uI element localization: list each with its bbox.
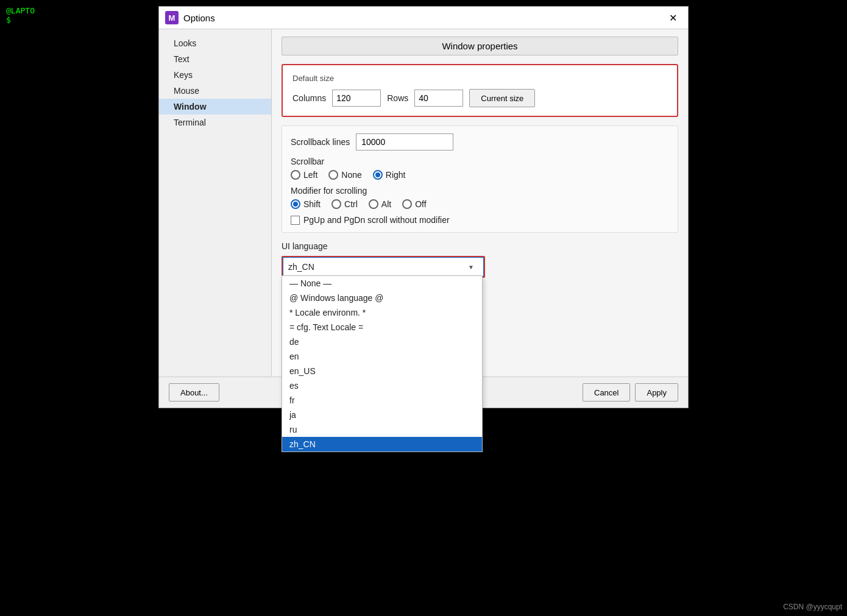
modifier-off[interactable]: Off	[402, 199, 426, 209]
sidebar: Looks Text Keys Mouse Window Terminal	[159, 29, 272, 377]
scrollbar-right-label: Right	[386, 170, 406, 180]
rows-label: Rows	[387, 93, 408, 103]
modifier-off-radio[interactable]	[402, 199, 412, 209]
scrollback-label: Scrollback lines	[291, 137, 350, 147]
dropdown-item-cfg[interactable]: = cfg. Text Locale =	[282, 320, 482, 335]
options-dialog: M Options ✕ Looks Text Keys Mouse Window…	[158, 6, 689, 408]
close-button[interactable]: ✕	[664, 10, 682, 25]
current-size-button[interactable]: Current size	[469, 89, 535, 107]
scrollbar-right[interactable]: Right	[373, 170, 406, 180]
scrollbar-section: Scrollback lines Scrollbar Left	[282, 126, 678, 233]
modifier-shift-radio[interactable]	[291, 199, 300, 209]
scrollback-row: Scrollback lines	[291, 133, 669, 150]
footer-right: Cancel Apply	[583, 383, 678, 402]
scrollbar-none[interactable]: None	[328, 170, 361, 180]
modifier-shift[interactable]: Shift	[291, 199, 321, 209]
dialog-body: Looks Text Keys Mouse Window Terminal Wi…	[159, 29, 688, 377]
dropdown-list[interactable]: — None — @ Windows language @ * Locale e…	[282, 275, 483, 452]
scrollback-input[interactable]	[356, 133, 453, 150]
sidebar-item-window[interactable]: Window	[159, 99, 271, 115]
dropdown-item-windows[interactable]: @ Windows language @	[282, 291, 482, 305]
dropdown-item-none[interactable]: — None —	[282, 276, 482, 291]
ui-language-label: UI language	[282, 241, 678, 251]
sidebar-item-mouse[interactable]: Mouse	[159, 83, 271, 99]
modifier-radio-group: Shift Ctrl Alt	[291, 199, 669, 209]
about-button[interactable]: About...	[169, 383, 219, 402]
sidebar-item-terminal[interactable]: Terminal	[159, 115, 271, 130]
modifier-shift-label: Shift	[303, 199, 321, 209]
sidebar-item-keys[interactable]: Keys	[159, 67, 271, 83]
sidebar-item-looks[interactable]: Looks	[159, 35, 271, 51]
scrollbar-left[interactable]: Left	[291, 170, 317, 180]
rows-input[interactable]	[414, 90, 463, 107]
pgup-pgdn-checkbox[interactable]: PgUp and PgDn scroll without modifier	[291, 215, 669, 225]
modifier-alt-radio[interactable]	[369, 199, 378, 209]
scrollbar-radio-group: Left None Right	[291, 170, 669, 180]
default-size-box: Default size Columns Rows Current size	[282, 64, 678, 117]
scrollbar-left-radio[interactable]	[291, 170, 300, 180]
apply-button[interactable]: Apply	[635, 383, 678, 402]
scrollbar-group: Scrollbar Left None	[291, 157, 669, 180]
main-content: Window properties Default size Columns R…	[272, 29, 688, 377]
pgup-pgdn-box[interactable]	[291, 216, 300, 225]
columns-input[interactable]	[332, 90, 381, 107]
scrollbar-left-label: Left	[303, 170, 317, 180]
scrollbar-right-radio[interactable]	[373, 170, 383, 180]
dropdown-item-ja[interactable]: ja	[282, 408, 482, 422]
modifier-ctrl[interactable]: Ctrl	[331, 199, 358, 209]
scrollbar-label: Scrollbar	[291, 157, 669, 166]
modifier-label: Modifier for scrolling	[291, 186, 669, 196]
scrollbar-none-label: None	[341, 170, 361, 180]
dropdown-item-es[interactable]: es	[282, 378, 482, 393]
ui-language-select[interactable]: zh_CN ▼	[283, 257, 484, 277]
section-header: Window properties	[282, 37, 678, 55]
modifier-alt-label: Alt	[381, 199, 391, 209]
modifier-ctrl-radio[interactable]	[331, 199, 341, 209]
dropdown-item-de[interactable]: de	[282, 335, 482, 349]
dropdown-item-ru[interactable]: ru	[282, 422, 482, 437]
sidebar-item-text[interactable]: Text	[159, 51, 271, 67]
default-size-label: Default size	[292, 74, 667, 83]
ui-language-dropdown-wrapper: zh_CN ▼ — None — @ Windows language @ * …	[282, 256, 485, 278]
dropdown-selected-value: zh_CN	[288, 262, 464, 272]
dropdown-item-fr[interactable]: fr	[282, 393, 482, 408]
dropdown-item-locale[interactable]: * Locale environm. *	[282, 305, 482, 320]
cancel-button[interactable]: Cancel	[583, 383, 630, 402]
dropdown-arrow-icon: ▼	[464, 258, 478, 276]
scrollbar-none-radio[interactable]	[328, 170, 338, 180]
dropdown-border: zh_CN ▼	[282, 256, 485, 278]
modifier-ctrl-label: Ctrl	[344, 199, 358, 209]
pgup-pgdn-label: PgUp and PgDn scroll without modifier	[303, 215, 450, 225]
modifier-alt[interactable]: Alt	[369, 199, 391, 209]
dialog-title: Options	[183, 13, 659, 23]
size-row: Columns Rows Current size	[292, 89, 667, 107]
modifier-off-label: Off	[415, 199, 426, 209]
columns-label: Columns	[292, 93, 326, 103]
dropdown-item-en[interactable]: en	[282, 349, 482, 364]
dialog-titlebar: M Options ✕	[159, 7, 688, 29]
dropdown-item-zh-cn[interactable]: zh_CN	[282, 437, 482, 451]
dropdown-item-en-us[interactable]: en_US	[282, 364, 482, 378]
app-icon: M	[165, 11, 179, 24]
ui-language-section: UI language zh_CN ▼ — None — @ Windows l…	[282, 241, 678, 278]
modifier-group: Modifier for scrolling Shift Ctrl	[291, 186, 669, 209]
